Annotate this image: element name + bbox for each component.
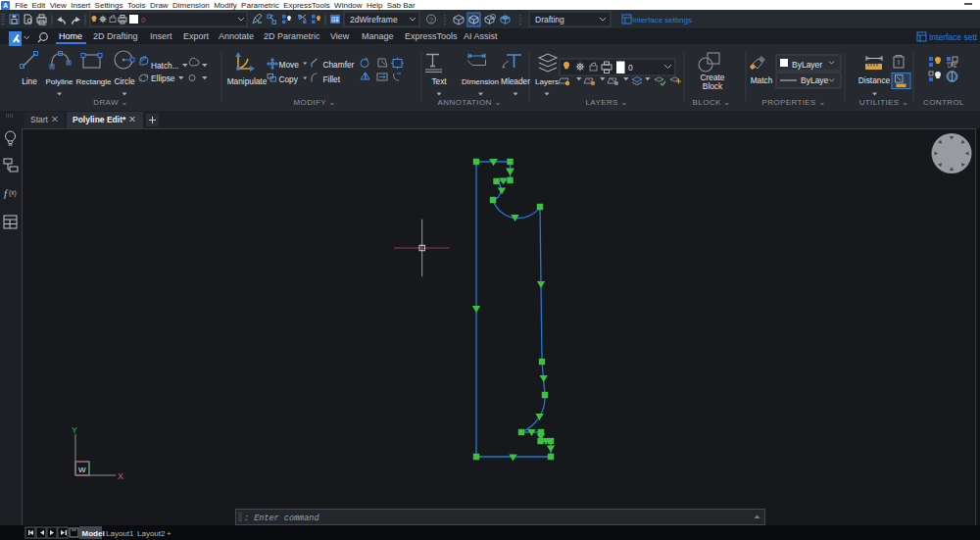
- svg-text:CONTROL: CONTROL: [923, 98, 964, 107]
- svg-text:LAYERS ⌄: LAYERS ⌄: [585, 98, 627, 107]
- svg-text:Copy: Copy: [279, 74, 299, 84]
- svg-text:Block: Block: [703, 81, 723, 91]
- svg-text:Insert: Insert: [150, 31, 172, 41]
- svg-text:ByLaye: ByLaye: [801, 75, 829, 85]
- svg-text:Distance: Distance: [858, 75, 891, 85]
- svg-text:Export: Export: [183, 31, 210, 41]
- svg-text:Polyline Edit*: Polyline Edit*: [73, 115, 126, 124]
- svg-text:X: X: [118, 471, 123, 481]
- svg-text:Text: Text: [431, 76, 447, 86]
- svg-text:MODIFY ⌄: MODIFY ⌄: [293, 98, 335, 107]
- svg-text:Layout2: Layout2: [137, 529, 166, 538]
- svg-text:AI Assist: AI Assist: [464, 31, 498, 41]
- svg-text:Line: Line: [22, 76, 37, 86]
- svg-text:2D Parametric: 2D Parametric: [264, 31, 320, 41]
- svg-text:PROPERTIES ⌄: PROPERTIES ⌄: [761, 98, 825, 107]
- svg-text:UTILITIES ⌄: UTILITIES ⌄: [859, 98, 909, 107]
- svg-text:Y: Y: [72, 425, 77, 435]
- svg-text:Chamfer: Chamfer: [323, 60, 355, 70]
- svg-text:ExpressTools: ExpressTools: [405, 31, 458, 41]
- svg-text:: Enter command: : Enter command: [244, 514, 319, 523]
- svg-text:ByLayer: ByLayer: [792, 60, 822, 70]
- svg-text:Annotate: Annotate: [219, 31, 254, 41]
- svg-text:Start: Start: [30, 115, 49, 124]
- svg-text:Interface sett: Interface sett: [929, 32, 978, 42]
- svg-text:View: View: [330, 31, 350, 41]
- svg-text:Mleader: Mleader: [501, 76, 530, 86]
- svg-text:Move: Move: [279, 60, 300, 70]
- svg-text:Hatch...: Hatch...: [151, 61, 179, 71]
- svg-text:(x): (x): [9, 189, 17, 197]
- svg-text:DRAW ⌄: DRAW ⌄: [93, 98, 127, 107]
- svg-text:2dWireframe: 2dWireframe: [350, 15, 398, 25]
- svg-text:0: 0: [141, 16, 146, 25]
- svg-text:BLOCK ⌄: BLOCK ⌄: [693, 98, 731, 107]
- svg-text:W: W: [78, 466, 86, 474]
- svg-text:Fillet: Fillet: [323, 74, 341, 84]
- svg-text:?: ?: [429, 17, 433, 24]
- svg-text:Dimension: Dimension: [462, 77, 499, 86]
- svg-text:Layout1: Layout1: [106, 529, 134, 538]
- svg-text:Rectangle: Rectangle: [75, 77, 112, 86]
- svg-text:Manipulate: Manipulate: [227, 76, 268, 86]
- svg-text:Ellipse: Ellipse: [151, 74, 175, 83]
- svg-text:Model: Model: [82, 529, 105, 538]
- svg-text:Manage: Manage: [362, 31, 394, 41]
- svg-text:LPE: LPE: [948, 63, 957, 69]
- svg-text:0: 0: [628, 63, 633, 73]
- svg-text:Match: Match: [751, 75, 773, 85]
- svg-text:Polyline: Polyline: [45, 77, 74, 86]
- svg-text:ANNOTATION ⌄: ANNOTATION ⌄: [438, 98, 502, 107]
- svg-text:Circle: Circle: [114, 76, 135, 86]
- svg-text:Interface settings: Interface settings: [632, 16, 692, 25]
- svg-text:Drafting: Drafting: [535, 15, 564, 25]
- svg-text:Home: Home: [59, 31, 82, 41]
- svg-text:2D Drafting: 2D Drafting: [93, 31, 138, 41]
- svg-text:Layers: Layers: [535, 77, 559, 86]
- svg-text:+: +: [167, 529, 172, 538]
